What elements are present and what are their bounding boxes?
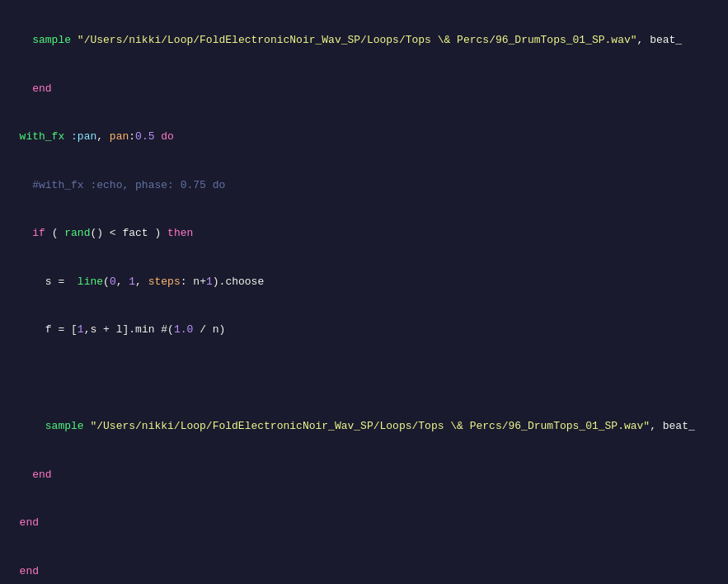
line-8 — [0, 370, 728, 387]
line-4: #with_fx :echo, phase: 0.75 do — [0, 177, 728, 194]
line-3: with_fx :pan, pan:0.5 do — [0, 129, 728, 145]
line-5: if ( rand() < fact ) then — [0, 225, 728, 242]
line-7: f = [1,s + l].min #(1.0 / n) — [0, 322, 728, 338]
code-editor: sample "/Users/nikki/Loop/FoldElectronic… — [0, 0, 728, 584]
line-9: sample "/Users/nikki/Loop/FoldElectronic… — [0, 418, 728, 435]
line-10: end — [0, 467, 728, 483]
line-1: sample "/Users/nikki/Loop/FoldElectronic… — [0, 32, 728, 49]
line-11: end — [0, 515, 728, 531]
line-2: end — [0, 81, 728, 97]
line-12: end — [0, 563, 728, 580]
line-6: s = line(0, 1, steps: n+1).choose — [0, 274, 728, 290]
